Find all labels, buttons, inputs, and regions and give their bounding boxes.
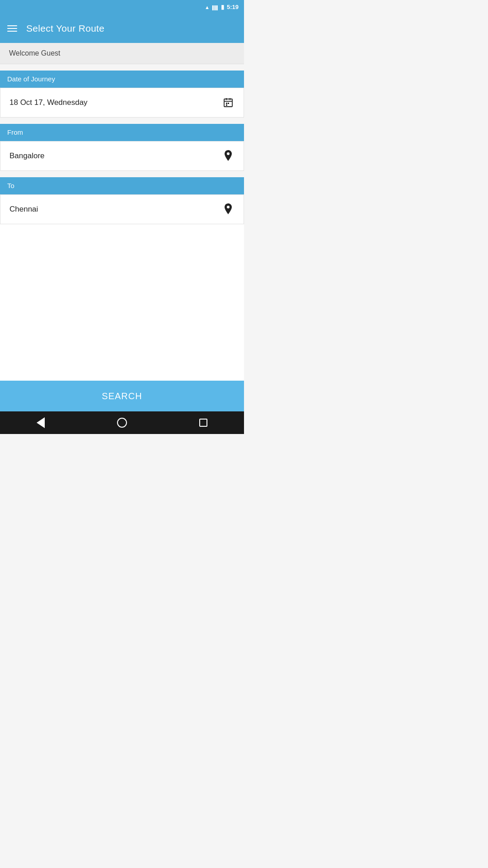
- date-section-label: Date of Journey: [7, 75, 55, 83]
- search-button[interactable]: SEARCH: [0, 381, 244, 411]
- date-input-row[interactable]: 18 Oct 17, Wednesday: [0, 88, 244, 118]
- to-location-pin-icon: [222, 203, 235, 216]
- welcome-text: Welcome Guest: [9, 49, 61, 57]
- status-bar: 5:19: [0, 0, 244, 14]
- to-section-label: To: [7, 182, 14, 189]
- from-section-header: From: [0, 124, 244, 141]
- from-section-label: From: [7, 128, 23, 136]
- svg-point-8: [227, 206, 230, 208]
- status-time: 5:19: [227, 4, 239, 10]
- svg-point-7: [227, 152, 230, 155]
- battery-icon: [221, 4, 224, 10]
- to-section-header: To: [0, 177, 244, 194]
- page-title: Select Your Route: [26, 23, 104, 34]
- android-nav-bar: [0, 411, 244, 434]
- svg-rect-4: [226, 103, 227, 104]
- date-value: 18 Oct 17, Wednesday: [9, 98, 88, 107]
- date-section-header: Date of Journey: [0, 71, 244, 88]
- svg-rect-6: [226, 104, 227, 106]
- nav-back-button[interactable]: [34, 416, 47, 429]
- app-header: Select Your Route: [0, 14, 244, 43]
- wifi-icon: [205, 4, 210, 10]
- nav-recents-button[interactable]: [197, 416, 210, 429]
- nav-home-button[interactable]: [115, 416, 129, 429]
- from-location-pin-icon: [222, 150, 235, 162]
- status-bar-icons: 5:19: [205, 4, 239, 10]
- from-value: Bangalore: [9, 151, 45, 160]
- from-input-row[interactable]: Bangalore: [0, 141, 244, 171]
- to-value: Chennai: [9, 205, 38, 214]
- signal-icon: [212, 4, 218, 10]
- svg-rect-5: [228, 103, 229, 104]
- to-input-row[interactable]: Chennai: [0, 194, 244, 224]
- menu-button[interactable]: [7, 25, 17, 32]
- calendar-icon[interactable]: [222, 96, 235, 109]
- welcome-bar: Welcome Guest: [0, 43, 244, 64]
